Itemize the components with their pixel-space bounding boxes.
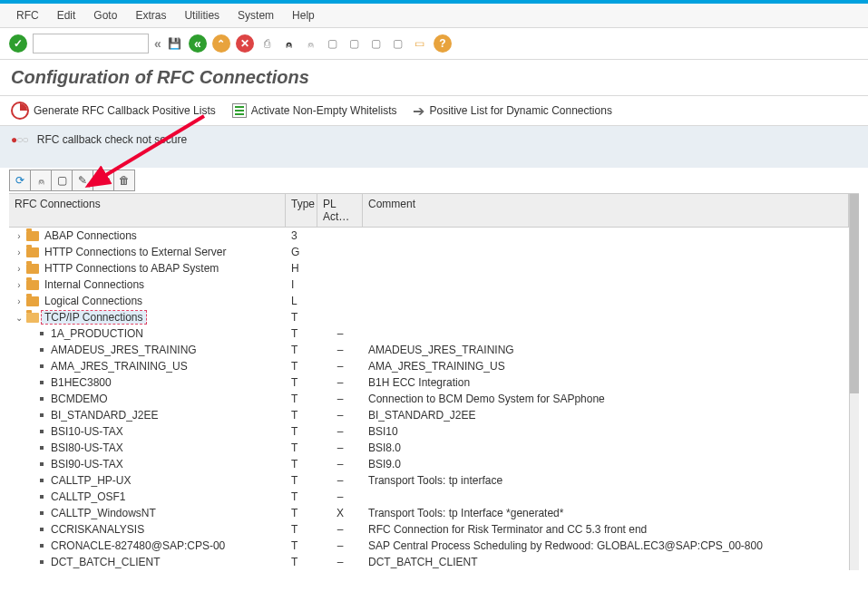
standard-toolbar: ✓ « 💾 « ⌃ ✕ ⎙ ⍝ ⍝ ▢ ▢ ▢ ▢ ▭ ? (0, 28, 868, 60)
prev-page-icon[interactable]: ▢ (346, 35, 363, 52)
item-name: DCT_BATCH_CLIENT (51, 556, 160, 568)
item-comment: RFC Connection for Risk Terminator and C… (363, 521, 849, 538)
tree-item-row[interactable]: BSI10-US-TAXT–BSI10 (9, 423, 849, 440)
refresh-button[interactable]: ⟳ (9, 170, 31, 191)
vertical-scrollbar[interactable] (849, 194, 859, 570)
menu-extras[interactable]: Extras (128, 7, 173, 24)
bullet-icon (40, 381, 44, 384)
item-type: T (286, 358, 317, 374)
cancel-icon[interactable]: ✕ (236, 34, 254, 53)
tree-folder-row[interactable]: ›HTTP Connections to ABAP SystemH (9, 260, 849, 276)
tree-item-row[interactable]: CALLTP_OSF1T– (9, 489, 849, 505)
help-icon[interactable]: ? (434, 34, 452, 53)
last-page-icon[interactable]: ▢ (390, 35, 406, 52)
enter-icon[interactable]: ✓ (9, 34, 27, 53)
command-history-icon[interactable]: « (154, 36, 161, 51)
tree-folder-row[interactable]: ›ABAP Connections3 (9, 228, 849, 244)
display-button[interactable]: 👓 (93, 170, 114, 191)
collapse-icon[interactable]: ⌄ (15, 313, 24, 323)
delete-button[interactable]: 🗑 (113, 170, 135, 191)
menu-goto[interactable]: Goto (86, 7, 124, 24)
exit-icon[interactable]: ⌃ (212, 34, 230, 53)
folder-type: L (286, 293, 317, 309)
menu-help[interactable]: Help (285, 7, 322, 24)
item-type: T (286, 521, 317, 538)
item-name: AMA_JRES_TRAINING_US (51, 360, 188, 373)
item-name: AMADEUS_JRES_TRAINING (51, 344, 197, 356)
item-comment: AMADEUS_JRES_TRAINING (363, 342, 849, 358)
col-header-plact[interactable]: PL Act… (317, 194, 363, 227)
tree-item-row[interactable]: AMADEUS_JRES_TRAININGT–AMADEUS_JRES_TRAI… (9, 342, 849, 358)
tree-item-row[interactable]: BSI90-US-TAXT–BSI9.0 (9, 456, 849, 472)
generate-positive-lists-button[interactable]: Generate RFC Callback Positive Lists (11, 102, 216, 120)
tree-item-row[interactable]: CALLTP_WindowsNTTXTransport Tools: tp In… (9, 505, 849, 521)
tree-folder-row[interactable]: ›HTTP Connections to External ServerG (9, 244, 849, 260)
item-type: T (286, 440, 317, 456)
find-next-icon[interactable]: ⍝ (303, 35, 319, 52)
expand-icon[interactable]: › (15, 296, 24, 306)
find-button[interactable]: ⍝ (30, 170, 52, 191)
tree-folder-row[interactable]: ›Internal ConnectionsI (9, 276, 849, 293)
folder-icon (26, 231, 39, 241)
tree-item-row[interactable]: CCRISKANALYSIST–RFC Connection for Risk … (9, 521, 849, 538)
first-page-icon[interactable]: ▢ (325, 35, 341, 52)
item-plact: – (317, 325, 363, 342)
col-header-type[interactable]: Type (286, 194, 317, 227)
tree-item-row[interactable]: DCT_BATCH_CLIENTT–DCT_BATCH_CLIENT (9, 554, 849, 570)
menu-edit[interactable]: Edit (50, 7, 83, 24)
item-plact: X (317, 505, 363, 521)
tree-item-row[interactable]: 1A_PRODUCTIONT– (9, 325, 849, 342)
save-icon[interactable]: 💾 (167, 35, 183, 52)
tree-item-row[interactable]: BSI80-US-TAXT–BSI8.0 (9, 440, 849, 456)
folder-label: HTTP Connections to External Server (42, 246, 229, 258)
item-comment: BSI8.0 (363, 440, 849, 456)
folder-label: Internal Connections (42, 278, 147, 291)
folder-icon (26, 313, 39, 323)
new-session-icon[interactable]: ▭ (412, 35, 428, 52)
col-header-comment[interactable]: Comment (363, 194, 849, 227)
tree-folder-row[interactable]: ⌄TCP/IP ConnectionsT (9, 309, 849, 325)
item-name: CALLTP_WindowsNT (51, 507, 156, 519)
tree-item-row[interactable]: B1HEC3800T–B1H ECC Integration (9, 374, 849, 391)
expand-icon[interactable]: › (15, 264, 24, 274)
expand-icon[interactable]: › (15, 231, 24, 241)
folder-type: H (286, 260, 317, 276)
expand-icon[interactable]: › (15, 280, 24, 290)
menu-system[interactable]: System (230, 7, 281, 24)
message-bar: ●○○ RFC callback check not secure (0, 126, 868, 168)
edit-button[interactable]: ✎ (72, 170, 93, 191)
tree-item-row[interactable]: CALLTP_HP-UXT–Transport Tools: tp interf… (9, 472, 849, 489)
item-plact: – (317, 489, 363, 505)
next-page-icon[interactable]: ▢ (368, 35, 385, 52)
folder-icon (26, 280, 39, 290)
dynamic-connections-button[interactable]: ➔ Positive List for Dynamic Connections (413, 102, 611, 120)
generate-positive-lists-label: Generate RFC Callback Positive Lists (34, 104, 216, 117)
item-plact: – (317, 358, 363, 374)
expand-icon[interactable]: › (15, 247, 24, 257)
tree-item-row[interactable]: AMA_JRES_TRAINING_UST–AMA_JRES_TRAINING_… (9, 358, 849, 374)
item-comment (363, 495, 849, 499)
dynamic-connections-label: Positive List for Dynamic Connections (429, 104, 611, 117)
tree-item-row[interactable]: BCMDEMOT–Connection to BCM Demo System f… (9, 391, 849, 407)
item-name: BSI10-US-TAX (51, 425, 123, 438)
menu-utilities[interactable]: Utilities (177, 7, 227, 24)
col-header-name[interactable]: RFC Connections (9, 194, 286, 227)
command-field[interactable] (33, 34, 149, 53)
item-comment: DCT_BATCH_CLIENT (363, 554, 849, 570)
tree-item-row[interactable]: BI_STANDARD_J2EET–BI_STANDARD_J2EE (9, 407, 849, 423)
tree-toolbar: ⟳ ⍝ ▢ ✎ 👓 🗑 (0, 170, 868, 191)
create-button[interactable]: ▢ (51, 170, 73, 191)
menu-rfc[interactable]: RFC (9, 7, 46, 24)
tree-item-row[interactable]: CRONACLE-827480@SAP:CPS-00T–SAP Central … (9, 538, 849, 554)
activate-whitelists-button[interactable]: Activate Non-Empty Whitelists (232, 103, 397, 118)
print-icon[interactable]: ⎙ (259, 35, 276, 52)
item-plact: – (317, 423, 363, 440)
find-icon[interactable]: ⍝ (281, 35, 297, 52)
bullet-icon (40, 364, 44, 368)
back-icon[interactable]: « (189, 34, 207, 53)
item-plact: – (317, 456, 363, 472)
bullet-icon (40, 348, 44, 352)
tree-folder-row[interactable]: ›Logical ConnectionsL (9, 293, 849, 309)
scrollbar-thumb[interactable] (850, 194, 859, 393)
folder-icon (26, 247, 39, 257)
